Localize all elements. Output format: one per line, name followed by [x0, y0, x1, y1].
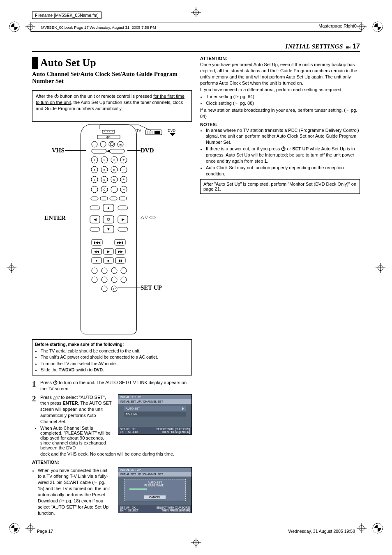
svg-rect-63 [103, 216, 114, 223]
svg-point-92 [101, 277, 107, 283]
svg-text:−: − [122, 168, 125, 172]
osd-breadcrumb: INITIAL SET UP / CHANNEL SET [118, 399, 191, 404]
section-title: INITIAL SETTINGS [286, 43, 343, 50]
power-icon: ⏻ [54, 94, 59, 99]
svg-point-89 [111, 268, 117, 274]
svg-text:4: 4 [94, 168, 96, 172]
svg-text:3: 3 [113, 158, 115, 162]
bookline: MV5SEK_00.book Page 17 Wednesday, August… [31, 23, 361, 32]
reg-mark-icon [9, 523, 20, 534]
svg-rect-54 [100, 197, 108, 200]
svg-rect-67 [90, 227, 100, 231]
svg-text:8: 8 [104, 178, 106, 182]
before-item: Turn on the TV and select the AV mode. [41, 361, 189, 366]
attention-para: If a new station starts broadcasting in … [200, 107, 360, 120]
svg-point-17 [109, 141, 115, 147]
dvd-small-label: DVD [168, 129, 175, 133]
before-item: The TV aerial cable should be connected … [41, 348, 189, 354]
svg-text:▶: ▶ [122, 217, 125, 221]
setup-label: SET UP [141, 284, 162, 291]
after-box: After "Auto Set Up" is completed, perfor… [200, 179, 360, 194]
svg-text:◀◀: ◀◀ [94, 250, 99, 253]
before-item: The unit's AC power cord should be conne… [41, 354, 189, 360]
svg-point-64 [107, 218, 110, 221]
svg-text:▶: ▶ [107, 250, 110, 253]
crosshair-icon [191, 7, 201, 17]
reg-mark-icon [9, 21, 20, 32]
osd-footer: SET UP OKEXIT SELECT SELECT WITH [CURSOR… [118, 427, 191, 434]
svg-point-93 [111, 277, 117, 283]
crosshair-icon [191, 538, 201, 548]
osd-screenshot-1: INITIAL SET UP INITIAL SET UP / CHANNEL … [118, 394, 192, 435]
svg-text:9: 9 [113, 178, 115, 182]
osd-popup: AUTO SET PLEASE WAIT... CANCEL [124, 479, 186, 501]
svg-rect-70 [118, 227, 128, 231]
crosshair-icon [376, 263, 385, 273]
osd-title: INITIAL SET UP [118, 395, 191, 399]
svg-rect-22 [110, 149, 125, 153]
svg-text:0: 0 [104, 188, 106, 191]
power-icon: ⏻ [281, 146, 286, 151]
attention-para: Once you have performed Auto Set Up, eve… [200, 62, 360, 86]
svg-rect-21 [92, 149, 106, 153]
note-item: If there is a power cut, or if you press… [206, 146, 360, 164]
lang-code: EN [346, 46, 350, 49]
svg-text:▮▮: ▮▮ [119, 259, 122, 263]
svg-point-35 [91, 186, 98, 193]
osd-footer: SET UP OKEXIT SELECT SELECT WITH [CURSOR… [118, 505, 191, 513]
svg-text:▲: ▲ [107, 206, 111, 210]
before-box: Before starting, make sure of the follow… [32, 339, 192, 375]
page-header: INITIAL SETTINGS EN 17 [32, 43, 360, 52]
crosshair-icon [7, 263, 16, 273]
svg-point-90 [121, 268, 127, 274]
osd-breadcrumb: INITIAL SET UP / CHANNEL SET [118, 472, 191, 477]
h1-text: Auto Set Up [40, 57, 96, 69]
svg-text:7: 7 [94, 178, 96, 182]
intro-box: After the ⏻ button on the unit or remote… [32, 90, 192, 122]
svg-rect-58 [118, 206, 128, 210]
svg-rect-53 [91, 197, 98, 200]
osd-row: T-V LINK [124, 412, 186, 417]
svg-text:■: ■ [108, 259, 110, 263]
svg-point-95 [101, 286, 107, 292]
heading-2: Auto Channel Set/Auto Clock Set/Auto Gui… [32, 71, 192, 86]
crosshair-icon [25, 523, 35, 533]
svg-text:▼: ▼ [107, 227, 111, 231]
svg-text:6: 6 [113, 168, 115, 172]
svg-rect-57 [90, 206, 100, 210]
svg-rect-56 [119, 197, 127, 200]
page-number: 17 [353, 43, 360, 50]
notes-heading: NOTES: [200, 122, 360, 127]
svg-point-15 [92, 141, 97, 147]
bookline-text: MV5SEK_00.book Page 17 Wednesday, August… [31, 25, 156, 30]
svg-text:1: 1 [94, 158, 96, 162]
before-item: Slide the TV/DVD switch to DVD. [41, 367, 189, 373]
svg-text:▮◀◀: ▮◀◀ [94, 241, 101, 244]
enter-label: ENTER [44, 214, 66, 221]
arrows-label: △▽◁▷ [141, 214, 157, 220]
triangle-down-icon [170, 133, 175, 136]
step-2: 2 Press △▽ to select "AUTO SET", then pr… [32, 394, 112, 425]
svg-text:⏻/I: ⏻/I [106, 136, 111, 138]
svg-text:⏏: ⏏ [119, 143, 122, 146]
heading-1: Auto Set Up [32, 57, 192, 69]
svg-point-37 [111, 186, 118, 193]
svg-text:▶▶: ▶▶ [118, 250, 123, 253]
svg-point-88 [101, 268, 107, 274]
step2-bullet-cont: deck and the VHS deck. No operation will… [40, 451, 192, 457]
svg-text:●: ● [96, 259, 98, 263]
svg-text:−: − [122, 187, 125, 191]
svg-text:▶▶▮: ▶▶▮ [117, 241, 123, 244]
attention-para: If you have moved to a different area, p… [200, 87, 360, 93]
svg-text:5: 5 [104, 168, 106, 172]
svg-point-18 [110, 143, 113, 146]
svg-text:↩: ↩ [113, 287, 116, 291]
svg-text:+: + [122, 158, 125, 162]
intro-text: After the [36, 94, 54, 99]
footer: Page 17 Wednesday, 31 August 2005 19:58 [37, 529, 355, 534]
note-item: In areas where no TV station transmits a… [206, 127, 360, 146]
step-1: 1 Press ⏻ to turn on the unit. The AUTO … [32, 380, 192, 392]
step2-bullet-part1: When Auto Channel Set is completed, "PLE… [40, 426, 112, 450]
step-number: 1 [32, 380, 40, 392]
reg-mark-icon [372, 21, 383, 32]
